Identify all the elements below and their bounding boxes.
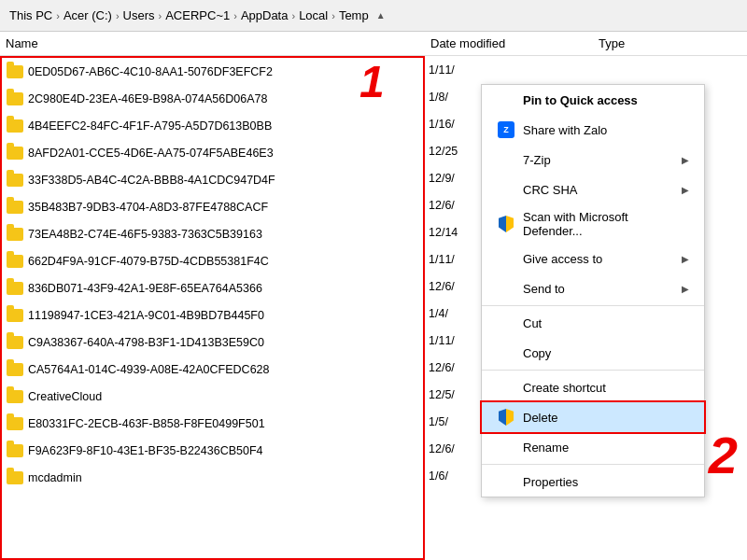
ctx-label: Cut (523, 316, 542, 330)
file-row[interactable]: CreativeCloud (2, 383, 423, 410)
folder-icon (6, 387, 24, 406)
file-name: 35B483B7-9DB3-4704-A8D3-87FE4788CACF (28, 201, 268, 214)
ctx-item-scan-defender[interactable]: Scan with Microsoft Defender... (482, 204, 704, 244)
ctx-separator (482, 305, 704, 306)
folder-icon (6, 63, 24, 81)
ctx-item-share-zalo[interactable]: ZShare with Zalo (482, 115, 704, 145)
sep3: › (159, 10, 162, 21)
folder-icon (6, 441, 24, 460)
breadcrumb-item-local[interactable]: Local (299, 8, 328, 22)
shield-icon (497, 408, 515, 427)
ctx-label: Give access to (523, 252, 602, 266)
file-rows-container: 0ED05D67-AB6C-4C10-8AA1-5076DF3EFCF2 2C9… (2, 58, 423, 491)
col-header-name[interactable]: Name (6, 36, 430, 50)
file-name: E80331FC-2ECB-463F-B858-F8FE0499F501 (28, 417, 265, 430)
column-headers: Name Date modified Type (0, 32, 747, 56)
ctx-item-crc-sha[interactable]: CRC SHA (482, 175, 704, 204)
empty-icon (497, 378, 515, 397)
file-row[interactable]: CA5764A1-014C-4939-A08E-42A0CFEDC628 (2, 356, 423, 383)
file-row[interactable]: 662D4F9A-91CF-4079-B75D-4CDB55381F4C (2, 247, 423, 274)
file-row[interactable]: 4B4EEFC2-84FC-4F1F-A795-A5D7D613B0BB (2, 112, 423, 139)
file-row[interactable]: 8AFD2A01-CCE5-4D6E-AA75-074F5ABE46E3 (2, 139, 423, 166)
file-row[interactable]: 836DB071-43F9-42A1-9E8F-65EA764A5366 (2, 274, 423, 301)
file-row[interactable]: 73EA48B2-C74E-46F5-9383-7363C5B39163 (2, 220, 423, 247)
breadcrumb-item-acerpc[interactable]: ACERPC~1 (165, 8, 230, 22)
file-row[interactable]: 35B483B7-9DB3-4704-A8D3-87FE4788CACF (2, 193, 423, 220)
ctx-separator (482, 370, 704, 371)
file-name: F9A623F9-8F10-43E1-BF35-B22436CB50F4 (28, 444, 263, 457)
file-row[interactable]: 2C980E4D-23EA-46E9-B98A-074A56D06A78 (2, 85, 423, 112)
sep2: › (116, 10, 120, 21)
folder-icon (6, 90, 24, 108)
ctx-label: Rename (523, 441, 569, 455)
file-name: 73EA48B2-C74E-46F5-9383-7363C5B39163 (28, 228, 262, 241)
ctx-label: Copy (523, 346, 551, 360)
ctx-item-cut[interactable]: Cut (482, 308, 704, 338)
breadcrumb-item-appdata[interactable]: AppData (241, 8, 289, 22)
file-name: CA5764A1-014C-4939-A08E-42A0CFEDC628 (28, 363, 269, 376)
folder-icon (6, 225, 24, 244)
folder-icon (6, 279, 24, 298)
folder-icon (6, 198, 24, 217)
defender-icon (497, 215, 515, 233)
file-name: 836DB071-43F9-42A1-9E8F-65EA764A5366 (28, 282, 262, 295)
file-row[interactable]: C9A38367-640A-4798-B3F1-1D413B3E59C0 (2, 329, 423, 356)
folder-icon (6, 171, 24, 189)
file-row[interactable]: 33F338D5-AB4C-4C2A-BBB8-4A1CDC947D4F (2, 166, 423, 193)
ctx-separator (482, 464, 704, 465)
ctx-label: 7-Zip (523, 153, 551, 167)
file-list-area: 1 0ED05D67-AB6C-4C10-8AA1-5076DF3EFCF2 2… (0, 56, 747, 560)
breadcrumb-item-temp[interactable]: Temp (339, 8, 369, 22)
ctx-item-7zip[interactable]: 7-Zip (482, 145, 704, 175)
file-list-panel: 0ED05D67-AB6C-4C10-8AA1-5076DF3EFCF2 2C9… (0, 56, 425, 560)
file-name: mcdadmin (28, 471, 82, 484)
file-name: 8AFD2A01-CCE5-4D6E-AA75-074F5ABE46E3 (28, 147, 274, 160)
empty-icon (497, 438, 515, 456)
file-name: 4B4EEFC2-84FC-4F1F-A795-A5D7D613B0BB (28, 119, 272, 133)
file-row[interactable]: 11198947-1CE3-421A-9C01-4B9BD7B445F0 (2, 301, 423, 329)
folder-icon (6, 252, 24, 271)
ctx-label: Send to (523, 282, 565, 296)
ctx-item-pin[interactable]: Pin to Quick access (482, 85, 704, 115)
ctx-label: Share with Zalo (523, 123, 607, 137)
file-row[interactable]: 0ED05D67-AB6C-4C10-8AA1-5076DF3EFCF2 (2, 58, 423, 85)
file-row[interactable]: mcdadmin (2, 464, 423, 491)
file-row[interactable]: F9A623F9-8F10-43E1-BF35-B22436CB50F4 (2, 437, 423, 464)
sep1: › (56, 10, 60, 21)
col-header-date[interactable]: Date modified (430, 36, 599, 50)
empty-icon (497, 91, 515, 109)
ctx-item-rename[interactable]: Rename (482, 432, 704, 462)
file-name: C9A38367-640A-4798-B3F1-1D413B3E59C0 (28, 336, 264, 349)
ctx-item-create-shortcut[interactable]: Create shortcut (482, 372, 704, 402)
ctx-label: Scan with Microsoft Defender... (523, 210, 689, 238)
ctx-label: Create shortcut (523, 381, 606, 395)
folder-icon (6, 333, 24, 352)
ctx-item-copy[interactable]: Copy (482, 338, 704, 368)
ctx-label: Delete (523, 411, 558, 425)
folder-icon (6, 360, 24, 379)
ctx-item-delete[interactable]: Delete (482, 402, 704, 432)
folder-icon (6, 306, 24, 325)
col-header-type[interactable]: Type (599, 36, 741, 50)
empty-icon (497, 472, 515, 491)
file-name: 0ED05D67-AB6C-4C10-8AA1-5076DF3EFCF2 (28, 65, 273, 78)
date-row: 1/11/ (429, 56, 747, 83)
folder-icon (6, 469, 24, 487)
breadcrumb-item-thispc[interactable]: This PC (9, 8, 52, 22)
breadcrumb-item-c[interactable]: Acer (C:) (63, 8, 112, 22)
folder-icon (6, 117, 24, 135)
file-name: CreativeCloud (28, 390, 102, 403)
file-name: 2C980E4D-23EA-46E9-B98A-074A56D06A78 (28, 92, 267, 105)
right-panel: 1/11/1/8/1/16/12/2512/9/12/6/12/141/11/1… (425, 56, 747, 560)
file-name: 33F338D5-AB4C-4C2A-BBB8-4A1CDC947D4F (28, 174, 275, 187)
ctx-item-properties[interactable]: Properties (482, 467, 704, 497)
file-name: 662D4F9A-91CF-4079-B75D-4CDB55381F4C (28, 255, 269, 268)
empty-icon (497, 150, 515, 169)
sort-arrow: ▲ (376, 10, 386, 21)
ctx-label: CRC SHA (523, 183, 578, 197)
ctx-item-send-to[interactable]: Send to (482, 273, 704, 303)
file-row[interactable]: E80331FC-2ECB-463F-B858-F8FE0499F501 (2, 410, 423, 437)
zalo-icon: Z (497, 120, 515, 139)
ctx-item-give-access[interactable]: Give access to (482, 244, 704, 273)
breadcrumb-item-users[interactable]: Users (123, 8, 155, 22)
